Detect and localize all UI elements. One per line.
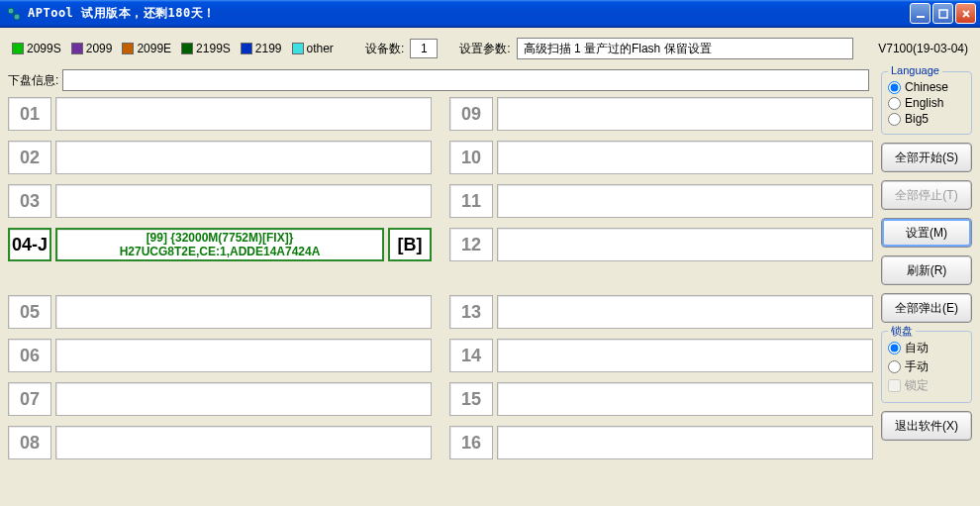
slot-content: [55, 184, 432, 218]
language-radio-english[interactable]: English: [888, 96, 965, 110]
exit-button[interactable]: 退出软件(X): [881, 411, 972, 441]
legend-item: 2099: [71, 42, 113, 55]
legend-item: 2199: [241, 42, 282, 55]
slot-row-10[interactable]: 10: [449, 141, 873, 174]
slot-number: 16: [449, 426, 493, 459]
slot-number: 14: [449, 339, 493, 372]
slot-number: 15: [449, 382, 493, 416]
slot-content: [497, 184, 873, 218]
slot-content: [55, 339, 432, 372]
slot-number: 08: [8, 426, 51, 459]
legend-swatch: [292, 43, 304, 54]
slot-number: 01: [8, 97, 51, 131]
param-value: 高级扫描 1 量产过的Flash 保留设置: [517, 38, 853, 59]
svg-rect-2: [917, 16, 925, 18]
slot-row-06[interactable]: 06: [8, 339, 432, 372]
legend-label: 2099S: [27, 42, 61, 55]
slot-number: 03: [8, 184, 51, 218]
legend-item: 2099S: [12, 42, 61, 55]
legend-label: 2199S: [196, 42, 231, 55]
legend-item: 2099E: [122, 42, 171, 55]
slot-row-13[interactable]: 13: [449, 295, 873, 329]
slot-row-12[interactable]: 12: [449, 228, 873, 261]
legend-label: 2199: [255, 42, 282, 55]
language-title: Language: [888, 64, 942, 76]
slot-row-05[interactable]: 05: [8, 295, 432, 329]
slot-content: [55, 141, 432, 174]
disk-info-field: [62, 69, 869, 91]
slot-content: [99] {32000M(7752M)[FIX]}H27UCG8T2E,CE:1…: [55, 228, 384, 261]
param-label: 设置参数:: [459, 41, 510, 57]
slot-row-09[interactable]: 09: [449, 97, 873, 131]
legend-item: 2199S: [181, 42, 231, 55]
slot-number: 09: [449, 97, 493, 131]
lockdisk-group: 锁盘 自动 手动 锁定: [881, 331, 972, 403]
minimize-button[interactable]: [910, 3, 931, 24]
maximize-button[interactable]: [932, 3, 953, 24]
slot-row-07[interactable]: 07: [8, 382, 432, 416]
settings-button[interactable]: 设置(M): [881, 218, 972, 248]
legend-swatch: [122, 43, 134, 54]
language-group: Language ChineseEnglishBig5: [881, 71, 972, 135]
toolbar: 2099S20992099E2199S2199other 设备数: 1 设置参数…: [8, 32, 972, 69]
legend-label: other: [307, 42, 334, 55]
slot-content: [497, 295, 873, 329]
legend-swatch: [12, 43, 24, 54]
start-all-button[interactable]: 全部开始(S): [881, 143, 972, 172]
stop-all-button[interactable]: 全部停止(T): [881, 180, 972, 210]
slot-row-01[interactable]: 01: [8, 97, 432, 131]
eject-all-button[interactable]: 全部弹出(E): [881, 293, 972, 323]
slot-content: [497, 97, 873, 131]
lock-auto-radio[interactable]: 自动: [888, 340, 965, 356]
slot-number: 11: [449, 184, 493, 218]
slot-number: 02: [8, 141, 51, 174]
lock-manual-radio[interactable]: 手动: [888, 358, 965, 375]
slot-number: 04-J: [8, 228, 51, 261]
slot-row-11[interactable]: 11: [449, 184, 873, 218]
slot-content: [55, 426, 432, 459]
legend-item: other: [292, 42, 334, 55]
slot-number: 13: [449, 295, 493, 329]
legend-swatch: [71, 43, 83, 54]
window-title: APTool 试用版本，还剩180天！: [28, 5, 216, 22]
slot-row-16[interactable]: 16: [449, 426, 873, 459]
slot-content: [55, 295, 432, 329]
svg-rect-3: [939, 10, 947, 18]
lockdisk-title: 锁盘: [888, 324, 916, 339]
titlebar: APTool 试用版本，还剩180天！: [0, 0, 980, 28]
device-count-label: 设备数:: [365, 41, 404, 57]
language-radio-chinese[interactable]: Chinese: [888, 80, 965, 94]
version-label: V7100(19-03-04): [878, 42, 968, 55]
slot-row-02[interactable]: 02: [8, 141, 432, 174]
slot-content: [497, 141, 873, 174]
slot-row-04-J[interactable]: 04-J[99] {32000M(7752M)[FIX]}H27UCG8T2E,…: [8, 228, 432, 261]
lock-checkbox: 锁定: [888, 377, 965, 394]
slot-row-14[interactable]: 14: [449, 339, 873, 372]
slot-row-03[interactable]: 03: [8, 184, 432, 218]
language-radio-big5[interactable]: Big5: [888, 112, 965, 126]
refresh-button[interactable]: 刷新(R): [881, 255, 972, 285]
slot-row-15[interactable]: 15: [449, 382, 873, 416]
slot-number: 05: [8, 295, 51, 329]
disk-info-label: 下盘信息:: [8, 72, 58, 89]
app-icon: [6, 6, 22, 22]
slot-content: [497, 382, 873, 416]
slot-content: [55, 382, 432, 416]
slot-number: 10: [449, 141, 493, 174]
slot-content: [497, 426, 873, 459]
slot-number: 06: [8, 339, 51, 372]
slot-number: 07: [8, 382, 51, 416]
legend-swatch: [181, 43, 193, 54]
close-button[interactable]: [955, 3, 976, 24]
legend-label: 2099E: [137, 42, 171, 55]
legend-swatch: [241, 43, 252, 54]
legend-label: 2099: [86, 42, 113, 55]
slot-number: 12: [449, 228, 493, 261]
slot-row-08[interactable]: 08: [8, 426, 432, 459]
slot-suffix: [B]: [388, 228, 432, 261]
device-count: 1: [410, 39, 438, 58]
slot-content: [497, 228, 873, 261]
slot-content: [55, 97, 432, 131]
slot-content: [497, 339, 873, 372]
